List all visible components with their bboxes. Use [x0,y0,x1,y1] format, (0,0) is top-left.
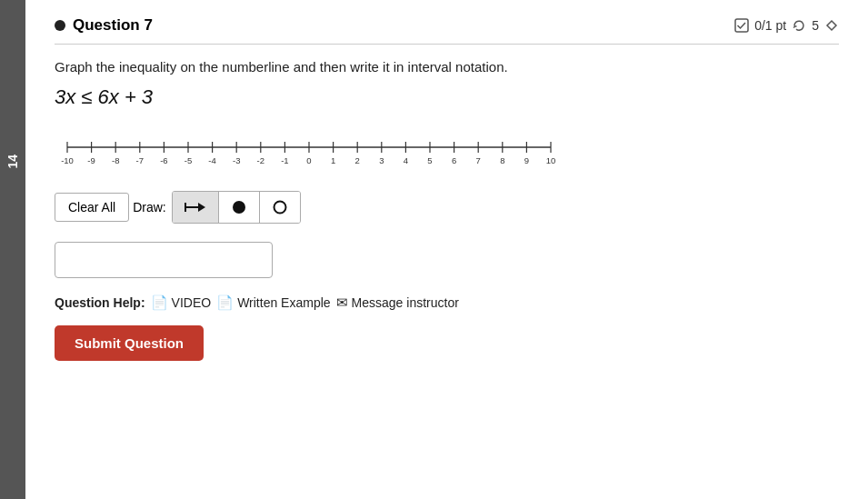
question-title-text: Question 7 [73,16,153,35]
question-dot [55,20,65,31]
svg-marker-45 [198,203,205,212]
numberline-svg: -10 -9 -8 -7 -6 -5 -4 [55,133,564,173]
question-help-row: Question Help: 📄 VIDEO 📄 Written Example… [55,294,839,311]
arrow-tool-button[interactable] [173,192,219,223]
svg-text:5: 5 [427,155,432,165]
message-instructor-label: Message instructor [352,295,459,310]
svg-text:-10: -10 [61,155,74,165]
details-icon [824,18,839,33]
draw-tools [172,191,301,224]
written-doc-icon: 📄 [216,294,234,311]
written-example-link[interactable]: 📄 Written Example [216,294,330,311]
svg-text:6: 6 [452,155,456,165]
video-link[interactable]: 📄 VIDEO [151,294,212,311]
meta-retries: 5 [812,18,819,33]
filled-dot-button[interactable] [219,192,260,223]
submit-button[interactable]: Submit Question [55,325,204,361]
svg-text:-6: -6 [160,155,167,165]
question-title: Question 7 [55,16,153,35]
help-label: Question Help: [55,295,145,310]
message-instructor-link[interactable]: ✉ Message instructor [336,294,459,311]
written-example-label: Written Example [237,295,330,310]
svg-text:-5: -5 [185,155,192,165]
svg-point-47 [233,201,245,214]
page-wrapper: 14 Question 7 0/1 pt 5 [0,0,868,499]
filled-dot-icon [230,198,248,216]
meta-score: 0/1 pt [754,18,786,33]
inequality-display: 3x ≤ 6x + 3 [55,85,839,109]
main-content: Question 7 0/1 pt 5 [25,0,868,499]
svg-text:2: 2 [355,155,360,165]
svg-text:-1: -1 [281,155,288,165]
arrow-right-icon [184,198,207,216]
draw-label: Draw: [133,200,166,215]
retry-icon [792,18,806,33]
message-icon: ✉ [336,294,348,311]
svg-text:-7: -7 [136,155,144,165]
svg-text:-9: -9 [87,155,95,165]
check-icon [734,18,749,33]
left-tab: 14 [0,0,25,499]
svg-text:1: 1 [331,155,335,165]
open-dot-button[interactable] [260,192,300,223]
clear-all-button[interactable]: Clear All [55,193,129,222]
svg-text:-3: -3 [233,155,240,165]
numberline-container: -10 -9 -8 -7 -6 -5 -4 [55,125,839,176]
answer-input-box[interactable] [55,242,273,278]
svg-text:10: 10 [546,155,556,165]
svg-point-48 [274,202,285,214]
svg-text:-4: -4 [208,155,215,165]
svg-text:7: 7 [476,155,481,165]
svg-text:0: 0 [306,155,311,165]
svg-rect-0 [735,19,748,32]
instruction-text: Graph the inequality on the numberline a… [55,57,839,76]
video-link-label: VIDEO [172,295,212,310]
controls-row: Clear All Draw: [55,191,839,224]
svg-text:-2: -2 [257,155,264,165]
svg-text:8: 8 [500,155,504,165]
svg-text:9: 9 [524,155,529,165]
question-meta: 0/1 pt 5 [734,18,839,33]
left-tab-label: 14 [5,155,20,169]
open-dot-icon [271,198,289,216]
svg-text:3: 3 [379,155,384,165]
svg-text:4: 4 [404,155,408,165]
question-header: Question 7 0/1 pt 5 [55,16,839,45]
video-doc-icon: 📄 [151,294,168,311]
svg-text:-8: -8 [112,155,119,165]
